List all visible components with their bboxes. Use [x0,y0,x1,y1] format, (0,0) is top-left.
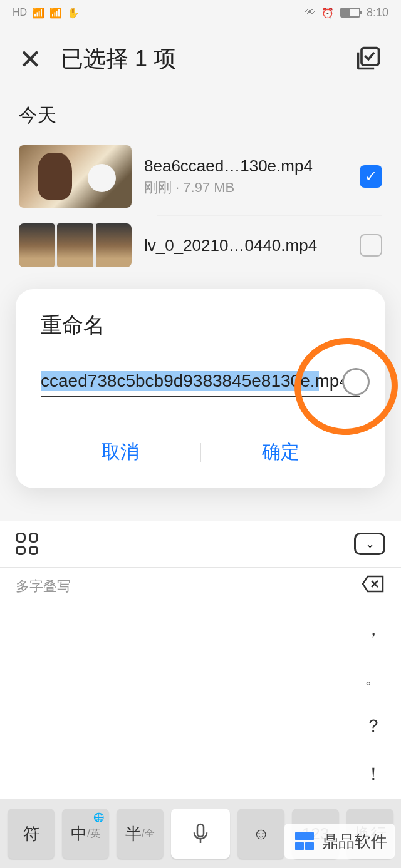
file-thumbnail [19,145,132,208]
ime-hint: 多字叠写 [16,577,71,596]
file-checkbox[interactable]: ✓ [360,165,382,188]
space-key[interactable] [171,809,230,859]
clear-input-button[interactable] [342,368,370,396]
file-row[interactable]: 8ea6ccaed…130e.mp4 刚刚 · 7.97 MB ✓ [0,138,401,215]
ime-menu-icon[interactable] [16,533,38,555]
hand-icon: ✋ [67,7,80,19]
punct-key[interactable]: 。 [365,659,382,697]
punct-key[interactable]: ？ [365,707,382,745]
punct-key[interactable]: ！ [365,755,382,793]
symbol-key[interactable]: 符 [8,809,55,859]
battery-icon [340,8,360,18]
file-name: 8ea6ccaed…130e.mp4 [144,156,350,176]
close-icon[interactable]: ✕ [19,46,42,73]
select-all-button[interactable] [355,44,382,74]
status-bar: HD 📶 📶 ✋ 👁 ⏰ 8:10 [0,0,401,25]
ime-collapse-button[interactable]: ⌄ [354,533,385,555]
watermark: 鼎品软件 [284,824,395,859]
file-meta: 刚刚 · 7.97 MB [144,178,350,197]
ime-panel: ⌄ 多字叠写 ， 。 ？ ！ 符 🌐中/英 半/全 ☺ 123 换行 [0,521,401,868]
file-thumbnail [19,223,132,267]
watermark-text: 鼎品软件 [322,830,387,852]
signal-icon: 📶 [32,7,44,19]
halfwidth-key[interactable]: 半/全 [117,809,164,859]
cancel-button[interactable]: 取消 [41,432,200,472]
language-key[interactable]: 🌐中/英 [62,809,109,859]
selection-header: ✕ 已选择 1 项 [0,25,401,87]
backspace-icon[interactable] [360,574,385,598]
handwriting-area[interactable]: ， 。 ？ ！ [0,605,401,799]
hd-icon: HD [13,7,27,18]
confirm-button[interactable]: 确定 [201,432,361,472]
emoji-key[interactable]: ☺ [237,809,284,859]
file-row[interactable]: lv_0_20210…0440.mp4 [0,216,401,275]
file-checkbox[interactable] [360,234,382,257]
section-today: 今天 [0,87,401,138]
dialog-title: 重命名 [41,311,360,340]
status-time: 8:10 [367,6,388,19]
punct-key[interactable]: ， [365,611,382,648]
page-title: 已选择 1 项 [61,44,176,74]
alarm-icon: ⏰ [321,7,334,19]
rename-dialog: 重命名 ccaed738c5bcb9d9383845e8130e.mp4 取消 … [16,289,385,488]
wifi-icon: 📶 [49,7,62,19]
svg-rect-1 [197,824,204,837]
rename-input[interactable]: ccaed738c5bcb9d9383845e8130e.mp4 [41,371,360,391]
eye-icon: 👁 [305,7,315,18]
file-name: lv_0_20210…0440.mp4 [144,236,350,255]
watermark-logo [292,829,317,854]
